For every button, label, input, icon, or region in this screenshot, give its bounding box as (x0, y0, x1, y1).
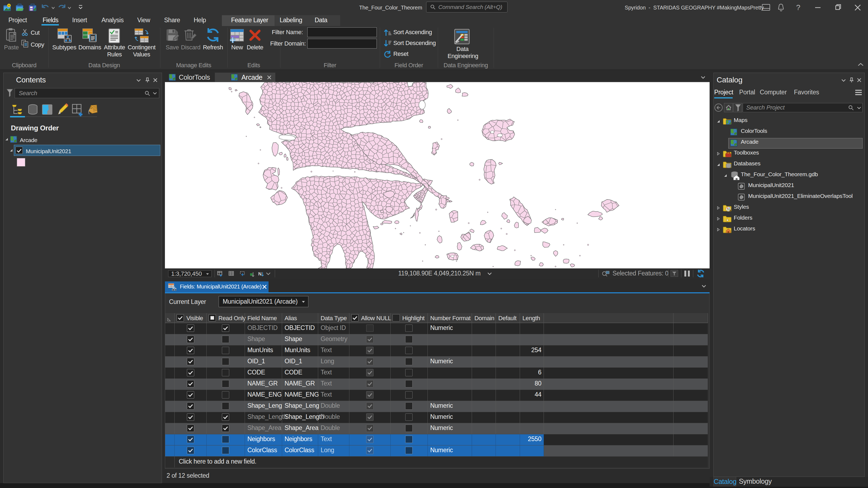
svg-text:?: ? (796, 3, 800, 12)
svg-text:N: N (258, 271, 261, 276)
